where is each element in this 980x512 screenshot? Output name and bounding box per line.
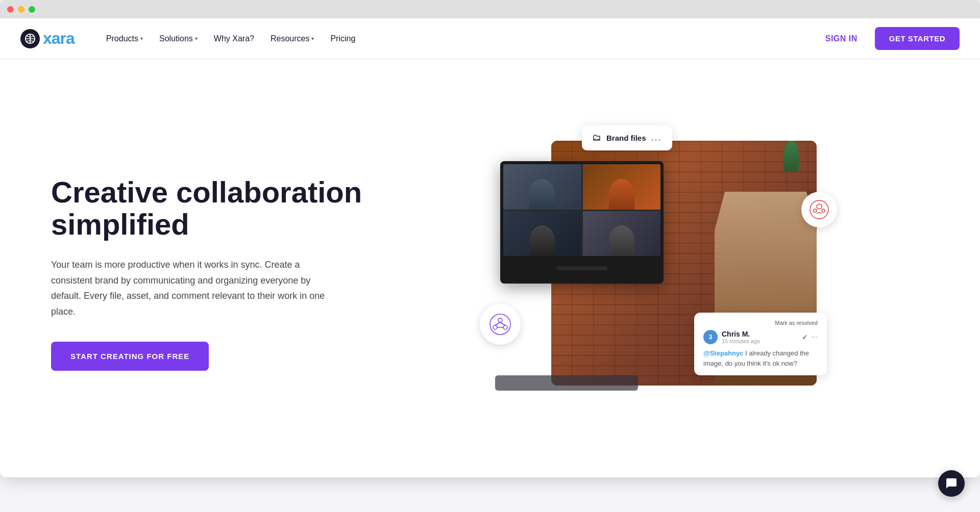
commenter-name: Chris M.	[722, 330, 760, 338]
resources-label: Resources	[271, 34, 309, 43]
nav-links: Products ▾ Solutions ▾ Why Xara? Resourc…	[99, 30, 816, 47]
more-options-icon[interactable]: ...	[651, 133, 662, 143]
nav-products[interactable]: Products ▾	[99, 30, 150, 47]
maximize-button[interactable]	[29, 6, 35, 13]
svg-point-13	[822, 209, 825, 212]
hero-content: Creative collaboration simplified Your t…	[51, 176, 368, 371]
comment-more-icon[interactable]: ···	[811, 332, 818, 342]
brand-files-label: Brand files	[606, 134, 646, 142]
pricing-label: Pricing	[330, 34, 355, 43]
comment-bubble: Mark as resolved 3 Chris M. 15 minutes a…	[694, 313, 827, 375]
commenter-info: Chris M. 15 minutes ago	[722, 330, 760, 344]
comment-header: 3 Chris M. 15 minutes ago ✓ ···	[703, 330, 818, 344]
resources-chevron-icon: ▾	[311, 36, 314, 41]
svg-point-3	[490, 314, 510, 335]
solutions-chevron-icon: ▾	[195, 36, 198, 41]
svg-line-8	[500, 322, 505, 325]
nav-solutions[interactable]: Solutions ▾	[152, 30, 205, 47]
get-started-button[interactable]: GET STARTED	[875, 27, 960, 50]
nav-why-xara[interactable]: Why Xara?	[207, 30, 261, 47]
products-chevron-icon: ▾	[140, 36, 143, 41]
network-icon-badge	[480, 304, 521, 345]
folder-icon: 🗂	[592, 133, 601, 143]
products-label: Products	[106, 34, 138, 43]
video-participant-2	[583, 164, 661, 210]
monitor-base	[556, 266, 607, 270]
svg-point-4	[498, 318, 502, 322]
solutions-label: Solutions	[159, 34, 193, 43]
svg-point-6	[503, 325, 507, 329]
nav-actions: SIGN IN GET STARTED	[816, 27, 960, 50]
hero-section: Creative collaboration simplified Your t…	[0, 59, 980, 477]
svg-point-12	[814, 209, 817, 212]
commenter-avatar: 3	[703, 330, 718, 344]
nav-resources[interactable]: Resources ▾	[263, 30, 321, 47]
browser-window: xara Products ▾ Solutions ▾ Why Xara? Re…	[0, 0, 980, 477]
logo-text: xara	[43, 29, 75, 48]
minimize-button[interactable]	[18, 6, 24, 13]
start-creating-button[interactable]: START CREATING FOR FREE	[51, 342, 209, 371]
close-button[interactable]	[7, 6, 14, 13]
collab-icon-badge	[801, 192, 837, 227]
navbar: xara Products ▾ Solutions ▾ Why Xara? Re…	[0, 18, 980, 59]
svg-line-7	[495, 322, 500, 325]
chat-widget[interactable]	[938, 470, 965, 497]
nav-pricing[interactable]: Pricing	[323, 30, 362, 47]
title-bar	[0, 0, 980, 18]
monitor-stand	[567, 256, 597, 266]
mark-resolved-label[interactable]: Mark as resolved	[703, 320, 818, 326]
comment-timestamp: 15 minutes ago	[722, 338, 760, 344]
floating-monitor	[500, 161, 664, 284]
svg-point-10	[810, 200, 828, 219]
svg-point-5	[493, 325, 497, 329]
hero-visual: 🗂 Brand files ...	[368, 110, 939, 437]
hero-body: Your team is more productive when it wor…	[51, 257, 337, 319]
comment-text: @Stepahnyc I already changed the image, …	[703, 348, 818, 368]
logo-icon	[20, 29, 40, 48]
hero-title: Creative collaboration simplified	[51, 176, 368, 241]
mention-tag: @Stepahnyc	[703, 349, 743, 357]
plant-decor	[776, 141, 806, 182]
logo[interactable]: xara	[20, 29, 75, 48]
video-participant-4	[583, 211, 661, 257]
keyboard	[495, 375, 638, 391]
video-participant-3	[503, 211, 581, 257]
check-icon[interactable]: ✓	[802, 333, 808, 341]
video-grid	[503, 164, 660, 256]
sign-in-button[interactable]: SIGN IN	[816, 29, 867, 48]
comment-actions: ✓ ···	[802, 332, 818, 342]
svg-point-11	[817, 204, 822, 209]
video-participant-1	[503, 164, 581, 210]
brand-files-tooltip: 🗂 Brand files ...	[582, 125, 672, 150]
why-xara-label: Why Xara?	[214, 34, 254, 43]
monitor-area: 🗂 Brand files ...	[510, 141, 796, 406]
